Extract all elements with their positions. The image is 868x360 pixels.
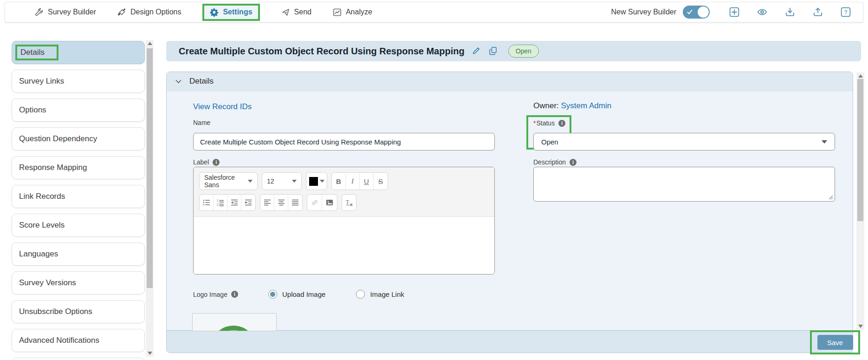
save-button[interactable]: Save (817, 335, 853, 350)
logo-image-preview (192, 313, 277, 331)
remove-format-icon: T (345, 199, 353, 206)
add-survey-button[interactable] (729, 7, 739, 17)
details-section-header[interactable]: Details (167, 72, 853, 91)
tab-design-options[interactable]: Design Options (117, 8, 181, 17)
sidebar-scrollbar[interactable] (146, 40, 154, 357)
sidebar-item-partial[interactable] (12, 358, 145, 360)
copy-icon[interactable] (489, 46, 498, 56)
description-textarea[interactable] (533, 167, 835, 202)
tab-send[interactable]: Send (281, 8, 311, 17)
label-label: Label (193, 158, 220, 166)
chevron-down-icon (320, 180, 324, 183)
sidebar-item-label: Survey Versions (19, 278, 76, 288)
outdent-button[interactable] (241, 195, 255, 210)
details-section-body: View Record IDs Name Label Salesforce Sa… (167, 91, 853, 330)
highlight-box: Save (810, 330, 860, 354)
download-icon (785, 7, 795, 17)
insert-link-button[interactable] (307, 195, 322, 210)
label-editor-content[interactable] (194, 217, 494, 275)
underline-button[interactable]: U (360, 173, 374, 190)
tab-analyze[interactable]: Analyze (333, 8, 372, 17)
indent-icon (231, 199, 238, 206)
right-column: Owner: System Admin *Status Open Descrip… (533, 91, 836, 330)
align-justify-button[interactable] (288, 195, 302, 210)
scrollbar-thumb[interactable] (857, 79, 863, 221)
name-label: Name (193, 119, 210, 126)
scrollbar-thumb[interactable] (147, 48, 153, 288)
align-center-button[interactable] (274, 195, 288, 210)
sidebar-item-options[interactable]: Options (12, 98, 145, 122)
remove-format-button[interactable]: T (342, 195, 356, 210)
info-icon[interactable] (558, 120, 565, 127)
status-select[interactable]: Open (533, 133, 835, 151)
info-icon[interactable] (231, 291, 238, 298)
name-input[interactable] (193, 133, 495, 151)
italic-button[interactable]: I (346, 173, 360, 190)
numbered-list-button[interactable]: 12 (214, 195, 227, 210)
required-mark: * (533, 119, 536, 127)
tab-survey-builder[interactable]: Survey Builder (35, 8, 96, 17)
resize-handle-icon[interactable] (829, 195, 833, 200)
radio-unselected-icon[interactable] (356, 290, 365, 299)
font-size-select[interactable]: 12 (262, 172, 302, 190)
top-navigation-bar: Survey Builder Design Options Settings S… (5, 2, 863, 22)
sidebar-item-label: Survey Links (19, 77, 64, 86)
scroll-down-arrow[interactable] (856, 323, 864, 330)
sidebar-item-label: Score Levels (19, 221, 65, 230)
upload-icon (813, 7, 823, 17)
content-scrollbar[interactable] (856, 72, 864, 330)
wrench-icon (35, 8, 44, 17)
info-icon[interactable] (213, 159, 220, 166)
highlight-box: Details (15, 45, 58, 60)
tab-settings[interactable]: Settings (202, 4, 259, 21)
eye-icon (757, 7, 767, 17)
sidebar-item-link-records[interactable]: Link Records (12, 185, 145, 208)
upload-button[interactable] (813, 7, 823, 17)
chart-icon (333, 8, 342, 17)
scroll-up-arrow[interactable] (146, 40, 154, 47)
bullet-list-icon (203, 199, 210, 206)
scroll-up-arrow[interactable] (856, 72, 864, 79)
section-title: Details (189, 77, 214, 86)
image-link-option[interactable]: Image Link (356, 290, 404, 299)
sidebar-item-label: Advanced Notifications (19, 336, 99, 345)
sidebar-item-advanced-notifications[interactable]: Advanced Notifications (12, 329, 145, 352)
text-color-picker[interactable] (306, 172, 327, 190)
sidebar-item-unsubscribe-options[interactable]: Unsubscribe Options (12, 300, 145, 323)
sidebar-item-survey-links[interactable]: Survey Links (12, 70, 145, 93)
owner-link[interactable]: System Admin (561, 101, 612, 110)
question-mark-icon: ? (841, 7, 851, 17)
bullet-list-button[interactable] (200, 195, 214, 210)
upload-image-option[interactable]: Upload Image (268, 290, 325, 299)
new-survey-builder-toggle[interactable] (683, 6, 710, 19)
align-center-icon (278, 199, 285, 206)
sidebar-item-question-dependency[interactable]: Question Dependency (12, 127, 145, 151)
help-button[interactable]: ? (841, 7, 851, 17)
sidebar-item-survey-versions[interactable]: Survey Versions (12, 271, 145, 295)
sidebar-item-label: Options (19, 105, 46, 115)
preview-button[interactable] (757, 7, 767, 17)
survey-title-bar: Create Multiple Custom Object Record Usi… (166, 41, 861, 61)
indent-button[interactable] (227, 195, 241, 210)
font-family-select[interactable]: Salesforce Sans (199, 172, 258, 190)
scroll-down-arrow[interactable] (146, 350, 154, 357)
download-button[interactable] (785, 7, 795, 17)
sidebar-item-languages[interactable]: Languages (12, 242, 145, 266)
sidebar-item-score-levels[interactable]: Score Levels (12, 214, 145, 237)
svg-text:?: ? (844, 9, 847, 16)
strikethrough-button[interactable]: S (374, 173, 388, 190)
svg-text:1: 1 (217, 199, 219, 202)
radio-selected-icon[interactable] (268, 290, 277, 299)
chevron-down-icon (292, 180, 297, 183)
info-icon[interactable] (570, 159, 577, 166)
svg-text:T: T (346, 199, 350, 205)
sidebar-item-response-mapping[interactable]: Response Mapping (12, 156, 145, 179)
align-left-button[interactable] (260, 195, 274, 210)
brush-icon (117, 8, 126, 17)
edit-title-icon[interactable] (472, 46, 481, 56)
insert-image-button[interactable] (322, 195, 337, 210)
bold-button[interactable]: B (332, 173, 346, 190)
view-record-ids-link[interactable]: View Record IDs (193, 102, 252, 111)
owner-line: Owner: System Admin (533, 101, 611, 111)
sidebar-item-details[interactable]: Details (12, 41, 145, 64)
